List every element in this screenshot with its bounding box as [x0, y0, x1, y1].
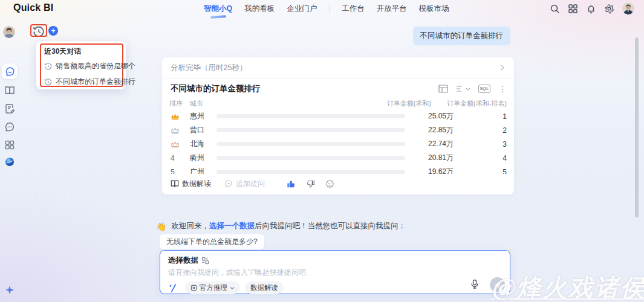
- bell-icon[interactable]: [586, 4, 596, 14]
- sparkle-icon: [4, 284, 15, 295]
- sidebar-sparkle-button[interactable]: [4, 284, 15, 295]
- top-nav: 智能小Q 我的看板 企业门户 工作台 开放平台 模板市场: [204, 0, 449, 17]
- nav-label: 工作台: [342, 4, 365, 13]
- amount-rank: 2: [454, 126, 507, 135]
- microphone-icon[interactable]: [470, 279, 480, 289]
- nav-label: 企业门户: [287, 4, 317, 13]
- table-row[interactable]: 4 衢州 20.81万 4: [169, 151, 507, 165]
- thumbs-down-icon[interactable]: [306, 179, 315, 188]
- bar-track: [216, 170, 405, 174]
- sidebar-item-apps[interactable]: [4, 140, 15, 150]
- send-button[interactable]: [490, 277, 505, 292]
- nav-divider: [329, 5, 330, 12]
- sql-badge-label: SQL: [478, 85, 490, 93]
- model-select-pill[interactable]: 官方推理: [185, 281, 240, 294]
- interpret-pill-label: 数据解读: [250, 283, 278, 292]
- sql-icon[interactable]: SQL: [478, 85, 490, 93]
- nav-label: 模板市场: [419, 4, 449, 13]
- city-name: 北海: [190, 139, 216, 149]
- emoji-feedback-icon[interactable]: [325, 179, 334, 188]
- nav-item-smart-q[interactable]: 智能小Q: [204, 4, 232, 14]
- follow-up-label: 追加提问: [236, 179, 265, 189]
- amount-rank: 1: [454, 112, 507, 121]
- plus-icon: +: [51, 27, 55, 35]
- table-row[interactable]: 营口 22.85万 2: [169, 123, 507, 137]
- model-pill-label: 官方推理: [200, 283, 227, 292]
- sidebar-item-reports[interactable]: [4, 103, 15, 114]
- sidebar-item-dashboards[interactable]: [4, 85, 15, 96]
- order-amount: 22.74万: [405, 139, 454, 149]
- card-title: 不同城市的订单金额排行: [171, 83, 261, 94]
- order-amount: 22.85万: [405, 125, 454, 135]
- gear-icon[interactable]: [604, 4, 614, 14]
- nav-item-my-dashboard[interactable]: 我的看板: [244, 4, 275, 14]
- chevron-right-icon[interactable]: [498, 64, 506, 71]
- select-data-link[interactable]: 选择一个数据: [209, 222, 255, 230]
- user-message-bubble: 不同城市的订单金额排行: [413, 27, 511, 45]
- card-title-row: 不同城市的订单金额排行 SQL ⋮: [171, 82, 507, 96]
- bar-track: [216, 156, 405, 160]
- left-sidebar: [0, 17, 19, 302]
- history-button[interactable]: [33, 26, 45, 36]
- wave-emoji: 👋: [156, 222, 166, 231]
- amount-rank: 4: [454, 154, 507, 162]
- col-header-value-rank: 订单金额(求和-排名): [431, 99, 507, 108]
- quick-bi-logo[interactable]: Quick BI: [13, 2, 54, 13]
- welcome-pre: 欢迎回来，: [171, 222, 209, 230]
- data-interpret-button[interactable]: 数据解读: [171, 179, 211, 189]
- question-input[interactable]: [168, 267, 428, 278]
- thumbs-up-icon[interactable]: [287, 179, 296, 188]
- select-data-button[interactable]: 选择数据: [168, 255, 209, 266]
- chat-scrollbar[interactable]: [635, 37, 639, 217]
- rank-number: 4: [169, 154, 190, 162]
- chart-style-switch-icon[interactable]: [456, 85, 470, 93]
- table-header-row: 排序 城市 订单金额(求和) 订单金额(求和-排名): [169, 97, 507, 109]
- open-book-icon: [171, 179, 179, 188]
- history-item-2[interactable]: 不同城市的订单金额排行: [44, 77, 135, 87]
- new-chat-button[interactable]: +: [48, 26, 58, 36]
- quick-command-icon[interactable]: [168, 283, 179, 294]
- quick-bi-app: Quick BI 智能小Q 我的看板 企业门户 工作台 开放平台 模板市场: [0, 0, 644, 302]
- history-item-1[interactable]: 销售额最高的省份是哪个: [44, 61, 135, 71]
- more-menu-icon[interactable]: ⋮: [498, 85, 507, 93]
- book-icon: [4, 85, 15, 96]
- follow-up-button[interactable]: 追加提问: [224, 179, 265, 189]
- watermark-text: @烽火戏诸侯: [490, 271, 644, 302]
- suggested-question-chip[interactable]: 无线端下单的总金额是多少?: [160, 234, 264, 249]
- nav-item-open-platform[interactable]: 开放平台: [377, 4, 407, 14]
- logo-text: Quick BI: [13, 2, 54, 13]
- city-name: 营口: [190, 125, 216, 135]
- user-avatar[interactable]: [622, 2, 634, 14]
- sidebar-item-globe[interactable]: [4, 156, 15, 167]
- switch-dataset-icon: [201, 257, 209, 265]
- amount-rank: 5: [454, 168, 507, 175]
- rank-table: 排序 城市 订单金额(求和) 订单金额(求和-排名) 惠州 25.05万 1 营…: [169, 97, 507, 174]
- welcome-text: 欢迎回来，选择一个数据后向我提问吧！当然您也可以直接向我提问：: [171, 221, 406, 231]
- nav-item-portal[interactable]: 企业门户: [287, 4, 317, 14]
- header-icon-group: [550, 2, 634, 14]
- table-view-icon[interactable]: [438, 85, 448, 93]
- apps-grid-icon[interactable]: [568, 4, 578, 14]
- sidebar-item-qa[interactable]: [4, 121, 15, 132]
- chat-smile-icon: [5, 66, 15, 77]
- table-row[interactable]: 惠州 25.05万 1: [169, 109, 507, 123]
- table-row[interactable]: 北海 22.74万 3: [169, 137, 507, 151]
- crown-bronze-icon: [169, 140, 190, 148]
- table-body: 惠州 25.05万 1 营口 22.85万 2 北海 22.74万: [169, 109, 507, 174]
- nav-label: 我的看板: [244, 4, 275, 13]
- select-data-label: 选择数据: [168, 255, 198, 266]
- search-icon[interactable]: [550, 4, 560, 14]
- data-interpret-pill[interactable]: 数据解读: [245, 281, 284, 294]
- sidebar-item-smart-chat[interactable]: [2, 63, 18, 79]
- nav-item-workspace[interactable]: 工作台: [342, 4, 365, 14]
- table-row[interactable]: 5 广州 19.62万 5: [169, 165, 507, 174]
- history-item-label: 销售额最高的省份是哪个: [56, 61, 135, 71]
- paper-plane-icon: [494, 281, 501, 289]
- top-header: Quick BI 智能小Q 我的看板 企业门户 工作台 开放平台 模板市场: [0, 0, 644, 17]
- history-icon: [44, 62, 52, 70]
- analysis-status-text: 分析完毕（用时25秒）: [171, 63, 247, 73]
- crown-gold-icon: [169, 112, 190, 120]
- nav-item-template-market[interactable]: 模板市场: [419, 4, 449, 14]
- question-input-card: 选择数据 官方推理 数据解读: [160, 250, 510, 294]
- sidebar-avatar[interactable]: [3, 26, 15, 38]
